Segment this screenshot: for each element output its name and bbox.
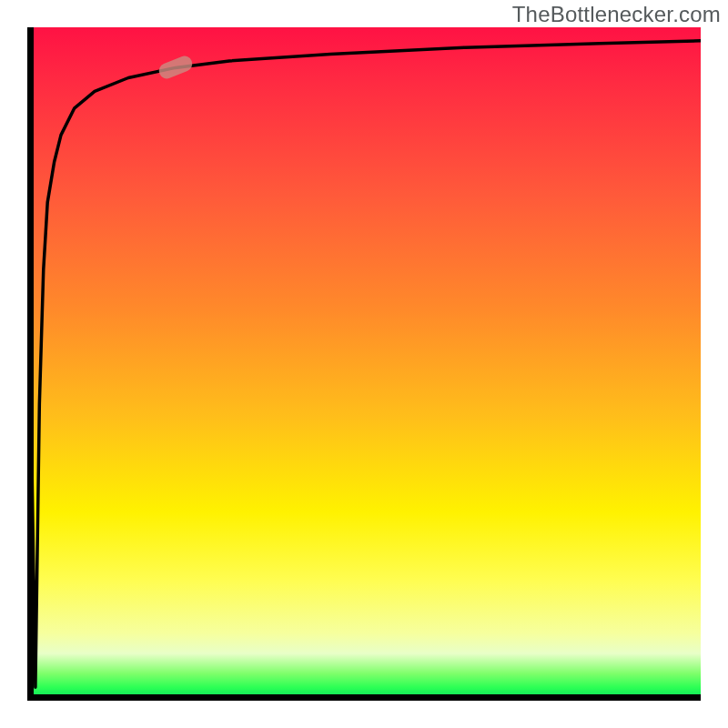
curve-line (27, 27, 701, 701)
plot-area (27, 27, 701, 701)
chart-frame: TheBottlenecker.com (0, 0, 728, 728)
y-axis-line (27, 27, 34, 701)
x-axis-line (27, 694, 701, 701)
attribution-text: TheBottlenecker.com (512, 2, 721, 27)
